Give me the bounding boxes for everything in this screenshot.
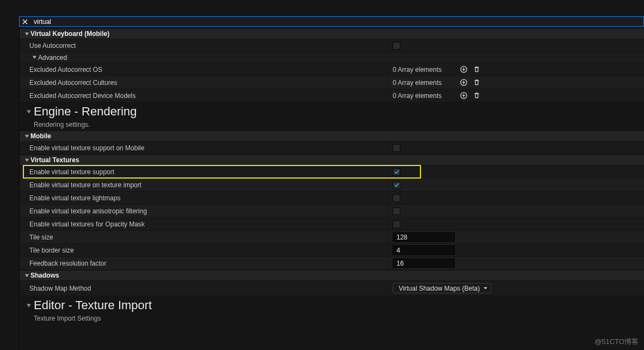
prop-label: Shadow Map Method: [29, 285, 91, 292]
category-shadows[interactable]: Shadows: [20, 270, 644, 281]
section-title: Engine - Rendering: [34, 105, 137, 119]
prop-excluded-cultures: Excluded Autocorrect Cultures 0 Array el…: [20, 76, 644, 89]
collapse-icon: [24, 133, 29, 139]
prop-label: Excluded Autocorrect OS: [29, 66, 102, 73]
add-icon[interactable]: [459, 65, 468, 74]
category-virtual-keyboard[interactable]: Virtual Keyboard (Mobile): [20, 28, 644, 39]
prop-vt-opacity: Enable virtual textures for Opacity Mask: [20, 218, 644, 231]
section-title: Editor - Texture Import: [34, 298, 152, 312]
prop-excluded-models: Excluded Autocorrect Device Models 0 Arr…: [20, 89, 644, 102]
prop-label: Enable virtual texture on texture import: [29, 181, 141, 189]
checkbox-vt-aniso[interactable]: [393, 207, 400, 215]
input-tile-size[interactable]: [393, 232, 455, 242]
advanced-header[interactable]: Advanced: [20, 52, 644, 63]
watermark: @51CTO博客: [595, 337, 639, 347]
prop-vt-aniso: Enable virtual texture anisotropic filte…: [20, 205, 644, 218]
category-label: Shadows: [30, 272, 59, 279]
prop-feedback: Feedback resolution factor: [20, 257, 644, 270]
add-icon[interactable]: [459, 78, 468, 87]
checkbox-use-autocorrect[interactable]: [393, 42, 400, 50]
collapse-icon[interactable]: [26, 109, 32, 114]
section-editor-texture-import: Editor - Texture Import Texture Import S…: [20, 296, 644, 324]
prop-label: Excluded Autocorrect Cultures: [29, 79, 117, 87]
prop-use-autocorrect: Use Autocorrect: [20, 39, 644, 52]
category-label: Virtual Keyboard (Mobile): [30, 30, 109, 38]
section-engine-rendering: Engine - Rendering Rendering settings.: [20, 102, 644, 131]
array-summary: 0 Array elements: [393, 66, 443, 73]
checkbox-mobile-vt[interactable]: [393, 144, 400, 152]
prop-vt-lightmaps: Enable virtual texture lightmaps: [20, 192, 644, 205]
array-summary: 0 Array elements: [393, 79, 443, 87]
prop-label: Enable virtual textures for Opacity Mask: [29, 220, 145, 228]
category-virtual-textures[interactable]: Virtual Textures: [20, 155, 644, 165]
trash-icon[interactable]: [472, 78, 481, 87]
add-icon[interactable]: [459, 91, 468, 100]
collapse-icon: [32, 55, 37, 60]
dropdown-shadow-method[interactable]: Virtual Shadow Maps (Beta): [393, 283, 492, 293]
prop-mobile-enable-vt: Enable virtual texture support on Mobile: [20, 142, 644, 155]
collapse-icon: [24, 31, 29, 36]
section-subtitle: Texture Import Settings: [26, 315, 644, 322]
category-mobile[interactable]: Mobile: [20, 131, 644, 142]
dropdown-value: Virtual Shadow Maps (Beta): [399, 285, 480, 292]
trash-icon[interactable]: [472, 91, 481, 100]
prop-label: Excluded Autocorrect Device Models: [29, 92, 135, 100]
collapse-icon: [24, 273, 29, 278]
collapse-icon[interactable]: [26, 303, 32, 308]
prop-label: Tile size: [29, 234, 53, 241]
checkbox-enable-vt[interactable]: [393, 168, 400, 176]
category-label: Virtual Textures: [30, 156, 79, 164]
chevron-down-icon: [483, 285, 488, 292]
clear-search-icon[interactable]: [20, 17, 30, 27]
input-feedback[interactable]: [393, 259, 455, 268]
prop-shadow-method: Shadow Map Method Virtual Shadow Maps (B…: [20, 281, 644, 296]
search-bar: [19, 16, 644, 27]
input-tile-border[interactable]: [393, 245, 455, 255]
collapse-icon: [24, 157, 29, 163]
array-summary: 0 Array elements: [393, 92, 443, 100]
checkbox-vt-import[interactable]: [393, 181, 400, 189]
prop-tile-size: Tile size: [20, 231, 644, 244]
prop-label: Tile border size: [29, 247, 74, 254]
search-input[interactable]: [30, 18, 643, 26]
prop-vt-import: Enable virtual texture on texture import: [20, 179, 644, 192]
prop-label: Feedback resolution factor: [29, 260, 106, 267]
prop-excluded-os: Excluded Autocorrect OS 0 Array elements: [20, 63, 644, 76]
checkbox-vt-lightmaps[interactable]: [393, 194, 400, 202]
prop-label: Enable virtual texture anisotropic filte…: [29, 207, 147, 215]
advanced-label: Advanced: [38, 54, 67, 62]
prop-label: Enable virtual texture support: [29, 168, 114, 176]
prop-label: Use Autocorrect: [29, 42, 76, 50]
prop-label: Enable virtual texture lightmaps: [29, 194, 120, 202]
prop-tile-border: Tile border size: [20, 244, 644, 257]
prop-label: Enable virtual texture support on Mobile: [29, 144, 144, 152]
prop-enable-vt: Enable virtual texture support: [20, 165, 644, 179]
section-subtitle: Rendering settings.: [26, 121, 644, 128]
trash-icon[interactable]: [472, 65, 481, 74]
category-label: Mobile: [30, 132, 51, 140]
checkbox-vt-opacity[interactable]: [393, 220, 400, 228]
